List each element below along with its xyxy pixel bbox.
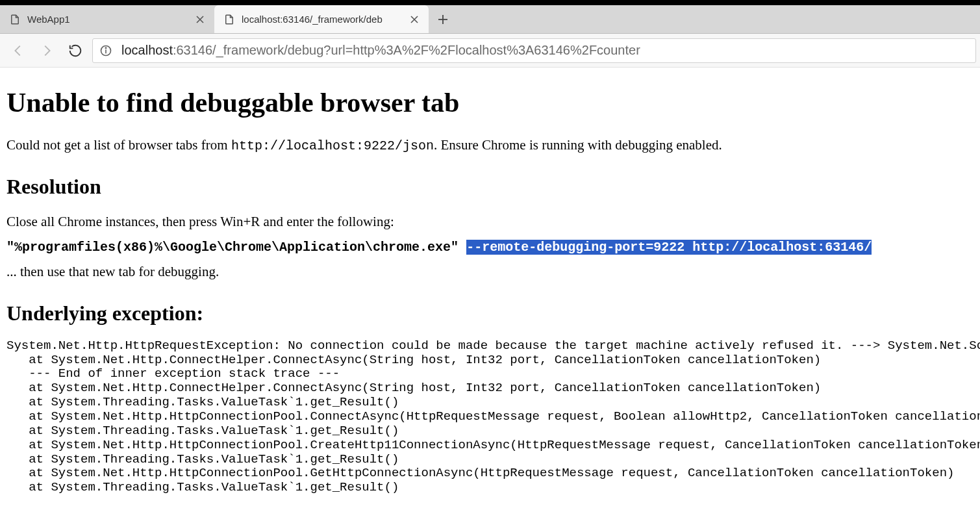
- url-host: localhost: [121, 43, 173, 57]
- page-content: Unable to find debuggable browser tab Co…: [0, 68, 980, 495]
- command-plain: "%programfiles(x86)%\Google\Chrome\Appli…: [6, 240, 466, 255]
- site-info-icon[interactable]: [99, 44, 112, 57]
- close-icon[interactable]: [194, 13, 207, 26]
- address-field[interactable]: localhost:63146/_framework/debug?url=htt…: [92, 38, 976, 63]
- intro-paragraph: Could not get a list of browser tabs fro…: [6, 136, 974, 155]
- url-rest: :63146/_framework/debug?url=http%3A%2F%2…: [173, 43, 640, 57]
- page-title: Unable to find debuggable browser tab: [6, 84, 974, 121]
- tab-localhost-debug[interactable]: localhost:63146/_framework/deb: [214, 5, 429, 33]
- command-selected: --remote-debugging-port=9222 http://loca…: [466, 240, 872, 255]
- tab-webapp1[interactable]: WebApp1: [0, 5, 214, 33]
- page-icon: [9, 14, 21, 25]
- intro-url-code: http://localhost:9222/json: [231, 138, 434, 153]
- refresh-button[interactable]: [61, 36, 90, 65]
- command-line[interactable]: "%programfiles(x86)%\Google\Chrome\Appli…: [6, 238, 974, 256]
- exception-heading: Underlying exception:: [6, 300, 974, 327]
- tab-label: localhost:63146/_framework/deb: [242, 14, 401, 25]
- svg-point-8: [105, 47, 106, 48]
- tab-bar: WebApp1 localhost:63146/_framework/deb: [0, 5, 980, 34]
- resolution-heading: Resolution: [6, 173, 974, 201]
- stack-trace: System.Net.Http.HttpRequestException: No…: [6, 339, 974, 495]
- close-icon[interactable]: [408, 13, 421, 26]
- tab-label: WebApp1: [27, 14, 187, 25]
- forward-button[interactable]: [32, 36, 61, 65]
- resolution-suffix: ... then use that new tab for debugging.: [6, 262, 974, 281]
- back-button[interactable]: [4, 36, 32, 65]
- new-tab-button[interactable]: [431, 8, 455, 31]
- page-icon: [223, 14, 235, 25]
- window-top-strip: [0, 0, 980, 5]
- address-bar: localhost:63146/_framework/debug?url=htt…: [0, 34, 980, 68]
- intro-prefix: Could not get a list of browser tabs fro…: [6, 137, 231, 153]
- url-text: localhost:63146/_framework/debug?url=htt…: [121, 43, 640, 58]
- intro-suffix: . Ensure Chrome is running with debuggin…: [434, 137, 722, 153]
- resolution-instruction: Close all Chrome instances, then press W…: [6, 212, 974, 231]
